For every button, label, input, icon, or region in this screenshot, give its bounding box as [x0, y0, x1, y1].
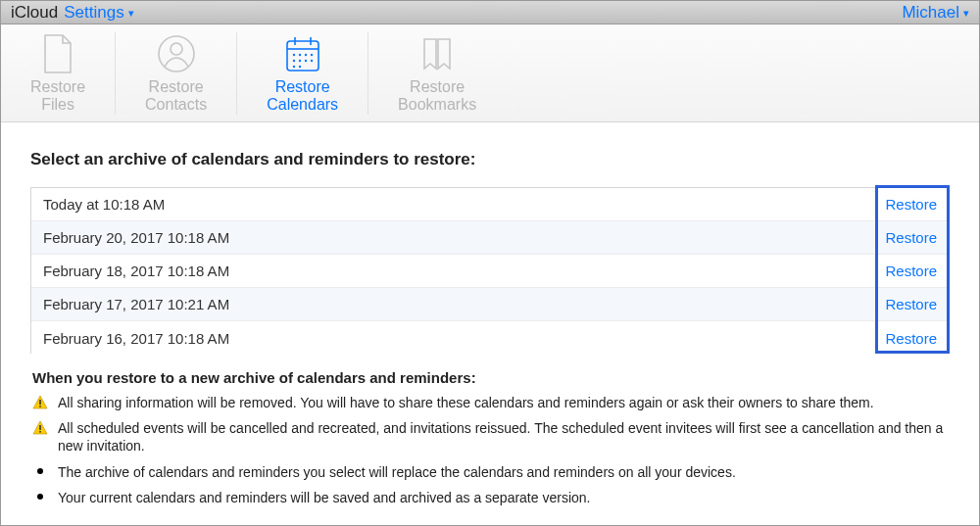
- archive-date: February 17, 2017 10:21 AM: [43, 296, 229, 312]
- bookmark-icon: [416, 33, 458, 74]
- toolbar-item-label: RestoreFiles: [30, 78, 85, 113]
- note-line: All sharing information will be removed.…: [32, 394, 948, 411]
- toolbar-item-restore-calendars[interactable]: RestoreCalendars: [237, 32, 368, 115]
- note-text: All scheduled events will be cancelled a…: [58, 419, 948, 454]
- svg-point-11: [298, 60, 300, 62]
- archive-date: February 18, 2017 10:18 AM: [43, 263, 229, 279]
- warning-icon: [32, 395, 48, 410]
- archive-row: February 20, 2017 10:18 AMRestore: [31, 221, 949, 255]
- calendar-icon: [282, 33, 323, 74]
- archive-date: February 20, 2017 10:18 AM: [43, 229, 229, 246]
- archive-list: Today at 10:18 AMRestoreFebruary 20, 201…: [30, 187, 950, 354]
- archive-date: February 16, 2017 10:18 AM: [43, 330, 229, 347]
- note-text: The archive of calendars and reminders y…: [58, 463, 736, 481]
- archive-row: February 16, 2017 10:18 AMRestore: [31, 321, 949, 354]
- archive-container: Today at 10:18 AMRestoreFebruary 20, 201…: [30, 187, 950, 354]
- settings-label: Settings: [64, 3, 123, 23]
- settings-dropdown[interactable]: Settings ▾: [64, 3, 133, 23]
- svg-point-15: [298, 66, 300, 68]
- restore-link[interactable]: Restore: [885, 296, 937, 312]
- note-line: All scheduled events will be cancelled a…: [32, 419, 948, 454]
- svg-point-7: [298, 54, 300, 56]
- chevron-down-icon: ▾: [128, 7, 134, 20]
- toolbar-item-label: RestoreCalendars: [267, 78, 338, 113]
- svg-rect-16: [39, 400, 41, 405]
- svg-point-13: [310, 60, 312, 62]
- archive-row: February 18, 2017 10:18 AMRestore: [31, 255, 949, 288]
- toolbar: RestoreFilesRestoreContactsRestoreCalend…: [1, 24, 979, 122]
- note-text: All sharing information will be removed.…: [58, 394, 874, 411]
- bullet-icon: [37, 494, 43, 500]
- user-label: Michael: [902, 3, 959, 23]
- svg-point-10: [292, 60, 294, 62]
- bullet-icon: [37, 468, 43, 474]
- toolbar-item-restore-files[interactable]: RestoreFiles: [1, 32, 116, 115]
- contact-icon: [156, 33, 197, 74]
- topbar-left: iCloud Settings ▾: [11, 3, 134, 23]
- restore-link[interactable]: Restore: [885, 330, 937, 347]
- file-icon: [37, 33, 78, 74]
- svg-rect-17: [39, 406, 41, 407]
- svg-point-9: [310, 54, 312, 56]
- notes-title: When you restore to a new archive of cal…: [32, 369, 948, 386]
- restore-link[interactable]: Restore: [885, 229, 937, 246]
- note-line: Your current calendars and reminders wil…: [32, 489, 948, 506]
- toolbar-item-restore-contacts[interactable]: RestoreContacts: [116, 32, 237, 115]
- svg-rect-19: [39, 431, 41, 433]
- warning-icon: [32, 420, 48, 436]
- chevron-down-icon: ▾: [963, 7, 969, 20]
- restore-link[interactable]: Restore: [885, 263, 937, 279]
- archive-date: Today at 10:18 AM: [43, 196, 165, 213]
- svg-rect-18: [39, 425, 41, 430]
- note-text: Your current calendars and reminders wil…: [58, 489, 590, 506]
- app-name: iCloud: [11, 3, 58, 23]
- archive-row: Today at 10:18 AMRestore: [31, 188, 949, 221]
- svg-rect-2: [287, 41, 318, 71]
- svg-point-1: [171, 43, 182, 55]
- svg-point-14: [292, 66, 294, 68]
- svg-point-8: [304, 54, 306, 56]
- user-dropdown[interactable]: Michael ▾: [902, 3, 969, 23]
- svg-point-6: [292, 54, 294, 56]
- archive-row: February 17, 2017 10:21 AMRestore: [31, 288, 949, 321]
- content: Select an archive of calendars and remin…: [1, 122, 979, 506]
- topbar-right: Michael ▾: [902, 3, 969, 23]
- toolbar-item-label: RestoreBookmarks: [398, 78, 476, 113]
- toolbar-item-restore-bookmarks[interactable]: RestoreBookmarks: [368, 32, 506, 115]
- restore-link[interactable]: Restore: [885, 196, 937, 213]
- top-bar: iCloud Settings ▾ Michael ▾: [1, 1, 979, 24]
- toolbar-item-label: RestoreContacts: [145, 78, 207, 113]
- notes-section: When you restore to a new archive of cal…: [30, 369, 950, 506]
- note-line: The archive of calendars and reminders y…: [32, 463, 948, 481]
- svg-point-12: [304, 60, 306, 62]
- section-title: Select an archive of calendars and remin…: [30, 150, 950, 169]
